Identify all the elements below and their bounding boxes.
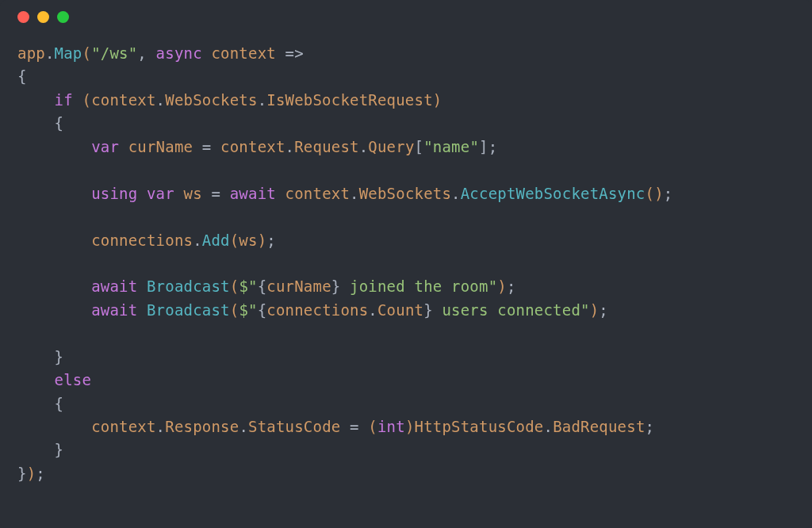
code-token: . xyxy=(239,418,248,435)
code-token: "name" xyxy=(423,138,479,155)
code-token: $ xyxy=(239,277,248,295)
code-token: ; xyxy=(507,277,516,295)
code-token: context xyxy=(220,138,285,155)
code-token: ) xyxy=(405,418,415,435)
code-window: app.Map("/ws", async context => { if (co… xyxy=(0,0,812,528)
code-token xyxy=(137,185,147,202)
code-token: } xyxy=(55,441,64,458)
code-token xyxy=(17,91,55,109)
code-token: await xyxy=(91,277,137,295)
code-token: ( xyxy=(645,185,655,202)
code-token: = xyxy=(193,138,220,155)
code-token: ) xyxy=(258,231,267,249)
code-token: "/ws" xyxy=(91,44,137,62)
code-token xyxy=(17,348,55,365)
code-token: ( xyxy=(368,418,377,435)
code-token: Broadcast xyxy=(147,301,230,319)
code-token: ( xyxy=(82,44,91,62)
code-token: context xyxy=(91,91,155,109)
code-token xyxy=(17,301,91,319)
code-token: ; xyxy=(664,185,673,202)
code-token: IsWebSocketRequest xyxy=(266,91,433,109)
code-token: var xyxy=(91,138,119,155)
code-token xyxy=(17,395,55,412)
code-token: { xyxy=(17,67,27,85)
code-token: ( xyxy=(230,301,239,319)
code-token: ) xyxy=(654,185,664,202)
code-token xyxy=(137,277,147,295)
code-token: int xyxy=(377,418,405,435)
code-token: { xyxy=(258,277,267,295)
code-token xyxy=(17,441,55,458)
code-token: . xyxy=(359,138,369,155)
code-token: joined the room xyxy=(340,277,488,295)
code-token: . xyxy=(543,418,553,435)
code-token: " xyxy=(580,301,590,319)
code-token: curName xyxy=(128,138,193,155)
code-token xyxy=(17,231,91,249)
minimize-icon[interactable] xyxy=(37,11,49,23)
code-token: => xyxy=(276,44,304,62)
code-token: ) xyxy=(590,301,599,319)
code-token: . xyxy=(368,301,377,319)
code-token: var xyxy=(147,185,174,202)
code-token: Map xyxy=(55,44,82,62)
code-token: ; xyxy=(488,138,498,155)
code-token: . xyxy=(45,44,55,62)
code-token: " xyxy=(248,277,258,295)
code-token: } xyxy=(331,277,341,295)
code-token: [ xyxy=(415,138,424,155)
code-token: " xyxy=(248,301,258,319)
code-token: ] xyxy=(479,138,488,155)
code-token: Count xyxy=(377,301,423,319)
code-token xyxy=(17,114,55,132)
maximize-icon[interactable] xyxy=(57,11,69,23)
code-token: . xyxy=(156,418,166,435)
code-token: ) xyxy=(27,465,36,482)
code-token: app xyxy=(17,44,45,62)
code-token: ) xyxy=(433,91,442,109)
code-token: ws xyxy=(184,185,202,202)
code-token: = xyxy=(340,418,368,435)
code-token: . xyxy=(193,231,202,249)
code-snippet: app.Map("/ws", async context => { if (co… xyxy=(0,42,812,485)
code-token: context xyxy=(285,185,350,202)
code-token: Response xyxy=(165,418,239,435)
code-token: ; xyxy=(266,231,276,249)
code-token xyxy=(276,185,285,202)
code-token xyxy=(73,91,82,109)
code-token: { xyxy=(55,395,64,412)
code-token: . xyxy=(451,185,461,202)
code-token: Add xyxy=(202,231,230,249)
code-token xyxy=(17,185,91,202)
close-icon[interactable] xyxy=(17,11,29,23)
code-token: { xyxy=(55,114,64,132)
code-token: ( xyxy=(230,231,239,249)
code-token: ) xyxy=(497,277,507,295)
code-token: Request xyxy=(294,138,358,155)
code-token: WebSockets xyxy=(165,91,257,109)
code-token: , xyxy=(137,44,155,62)
code-token: Query xyxy=(368,138,414,155)
code-token: . xyxy=(156,91,166,109)
code-token xyxy=(174,185,184,202)
code-token: await xyxy=(230,185,276,202)
code-token: BadRequest xyxy=(553,418,645,435)
code-token: HttpStatusCode xyxy=(415,418,544,435)
code-token: = xyxy=(202,185,230,202)
code-token xyxy=(17,138,91,155)
code-token: . xyxy=(350,185,359,202)
code-token: connections xyxy=(266,301,368,319)
code-token: } xyxy=(55,348,64,365)
code-token xyxy=(17,371,55,388)
code-token: { xyxy=(258,301,267,319)
code-token: WebSockets xyxy=(359,185,451,202)
code-token: } xyxy=(17,465,27,482)
code-token: $ xyxy=(239,301,248,319)
code-token: if xyxy=(55,91,73,109)
code-token: . xyxy=(258,91,267,109)
code-token: ; xyxy=(645,418,655,435)
code-token: context xyxy=(211,44,275,62)
code-token: ( xyxy=(82,91,91,109)
window-traffic-lights xyxy=(0,11,812,42)
